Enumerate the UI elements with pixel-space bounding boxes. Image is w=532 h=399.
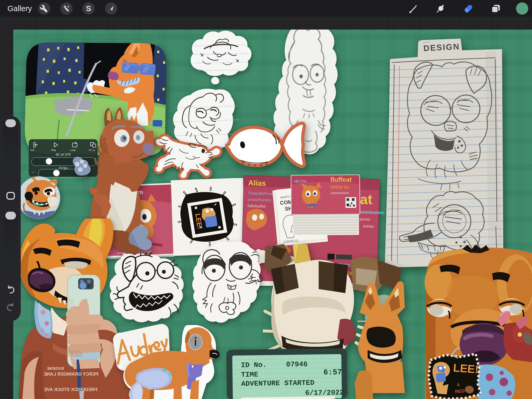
svg-text:&: & <box>457 382 460 387</box>
svg-text:DESIGN: DESIGN <box>423 42 460 53</box>
svg-text:ADVENTURE STARTED: ADVENTURE STARTED <box>241 379 314 388</box>
svg-text:commissions: commissions <box>330 191 349 195</box>
svg-text:Hi! I'm: Hi! I'm <box>294 179 306 183</box>
svg-text:smearframes: smearframes <box>248 197 271 202</box>
svg-text:ID No.: ID No. <box>241 361 267 369</box>
svg-text:S: S <box>86 4 91 13</box>
svg-text:OPEN for: OPEN for <box>330 185 349 190</box>
svg-text:EUGENE: EUGENE <box>47 366 64 371</box>
svg-text:6:57: 6:57 <box>323 368 342 377</box>
svg-text:6/17/2022: 6/17/2022 <box>305 389 344 397</box>
svg-text:FREDERICK STOCK AVE: FREDERICK STOCK AVE <box>44 387 97 392</box>
svg-text:PERCY GRAINGER LANE: PERCY GRAINGER LANE <box>44 372 98 377</box>
svg-text:Alias: Alias <box>248 179 266 187</box>
svg-text:at: at <box>360 191 372 207</box>
svg-text:prices: prices <box>359 217 370 221</box>
svg-text:extras: extras <box>363 224 374 228</box>
svg-text:fullofsulfur: fullofsulfur <box>247 203 266 208</box>
svg-text:TIME: TIME <box>241 371 258 379</box>
svg-text:LEE!: LEE! <box>453 361 479 376</box>
svg-text:07946: 07946 <box>286 360 307 369</box>
svg-text:RED!: RED! <box>455 388 466 394</box>
svg-text:fluffeat: fluffeat <box>330 176 352 183</box>
